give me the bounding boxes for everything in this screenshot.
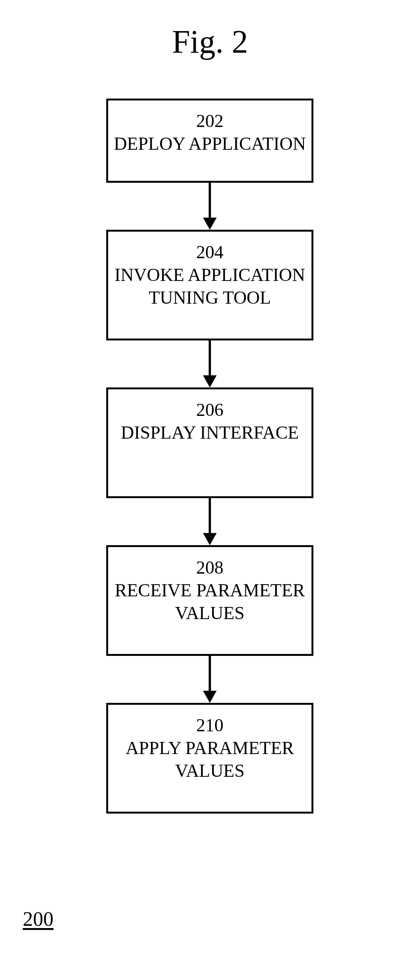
step-210: 210 APPLY PARAMETER VALUES [106, 703, 313, 814]
flowchart: 202 DEPLOY APPLICATION 204 INVOKE APPLIC… [106, 99, 313, 814]
step-number: 202 [108, 110, 311, 132]
step-label-2: VALUES [108, 759, 311, 782]
step-label-2: VALUES [108, 601, 311, 624]
step-number: 206 [108, 398, 311, 421]
figure-reference: 200 [23, 907, 53, 931]
step-208: 208 RECEIVE PARAMETER VALUES [106, 545, 313, 656]
step-label-2: TUNING TOOL [108, 286, 311, 309]
step-206: 206 DISPLAY INTERFACE [106, 387, 313, 498]
step-number: 210 [108, 714, 311, 737]
step-202: 202 DEPLOY APPLICATION [106, 99, 313, 183]
step-label: DEPLOY APPLICATION [108, 132, 311, 155]
step-label: INVOKE APPLICATION [108, 264, 311, 286]
step-label: APPLY PARAMETER [108, 737, 311, 759]
figure-title: Fig. 2 [0, 23, 420, 60]
step-number: 204 [108, 241, 311, 264]
step-label: DISPLAY INTERFACE [108, 421, 311, 444]
step-number: 208 [108, 556, 311, 579]
step-204: 204 INVOKE APPLICATION TUNING TOOL [106, 230, 313, 340]
step-label: RECEIVE PARAMETER [108, 579, 311, 601]
